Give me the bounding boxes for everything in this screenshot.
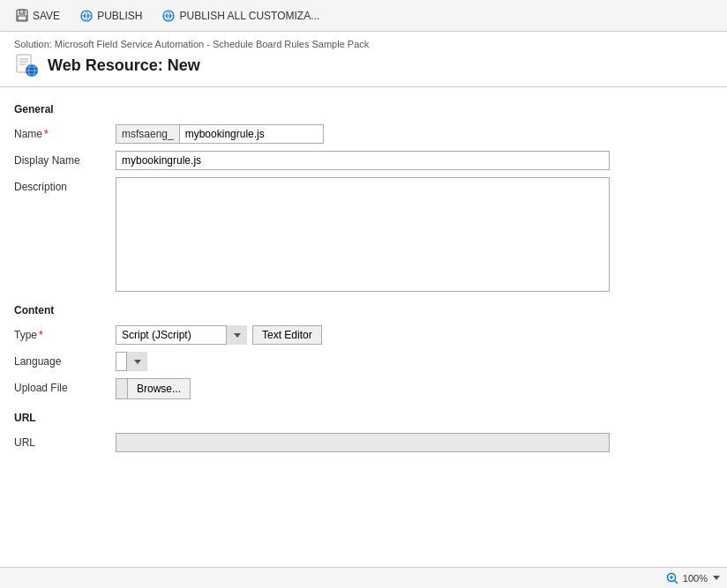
page-icon	[14, 53, 39, 78]
url-section: URL URL	[14, 412, 713, 452]
zoom-label: 100%	[683, 573, 708, 584]
type-label: Type*	[14, 325, 116, 341]
name-form-group: Name* msfsaeng_	[14, 124, 713, 144]
language-select[interactable]	[116, 352, 147, 371]
save-button[interactable]: SAVE	[7, 5, 68, 26]
content-section-header: Content	[14, 304, 713, 316]
page-header: Solution: Microsoft Field Service Automa…	[0, 32, 727, 87]
solution-breadcrumb: Solution: Microsoft Field Service Automa…	[14, 39, 713, 49]
toolbar: SAVE PUBLISH PUBLISH ALL CUSTOMIZA	[0, 0, 727, 32]
main-content: General Name* msfsaeng_ Display Name Des…	[0, 87, 727, 567]
publish-label: PUBLISH	[97, 10, 142, 22]
content-section: Content Type* Script (JScript) HTML CSS …	[14, 304, 713, 399]
save-icon	[15, 9, 29, 23]
type-row: Script (JScript) HTML CSS XML PNG JPG GI…	[116, 325, 322, 345]
type-select-wrapper: Script (JScript) HTML CSS XML PNG JPG GI…	[116, 325, 247, 345]
description-label: Description	[14, 177, 116, 193]
type-form-group: Type* Script (JScript) HTML CSS XML PNG …	[14, 325, 713, 345]
type-select[interactable]: Script (JScript) HTML CSS XML PNG JPG GI…	[116, 325, 247, 345]
name-prefix: msfsaeng_	[116, 124, 179, 144]
publish-all-label: PUBLISH ALL CUSTOMIZA...	[179, 10, 319, 22]
text-editor-button[interactable]: Text Editor	[252, 325, 322, 345]
upload-row: Browse...	[116, 378, 191, 399]
publish-all-button[interactable]: PUBLISH ALL CUSTOMIZA...	[154, 5, 327, 26]
svg-rect-3	[23, 11, 24, 13]
publish-icon	[79, 9, 94, 23]
name-field-row: msfsaeng_	[116, 124, 324, 144]
page-title: Web Resource: New	[48, 56, 200, 75]
url-form-group: URL	[14, 433, 713, 452]
name-input[interactable]	[179, 124, 324, 144]
display-name-form-group: Display Name	[14, 151, 713, 170]
svg-line-20	[674, 580, 678, 584]
save-label: SAVE	[33, 10, 60, 22]
url-section-header: URL	[14, 412, 713, 424]
language-form-group: Language	[14, 352, 713, 371]
name-required-indicator: *	[44, 128, 49, 140]
url-label: URL	[14, 433, 116, 449]
status-bar: 100%	[0, 567, 727, 588]
display-name-input[interactable]	[116, 151, 610, 170]
zoom-dropdown-icon[interactable]	[713, 576, 720, 580]
browse-button[interactable]: Browse...	[127, 378, 191, 399]
general-section-header: General	[14, 103, 713, 115]
language-wrapper	[116, 352, 147, 371]
display-name-label: Display Name	[14, 151, 116, 167]
description-textarea[interactable]	[116, 177, 610, 292]
publish-all-icon	[161, 9, 176, 23]
type-required-indicator: *	[39, 329, 43, 341]
svg-rect-1	[19, 10, 25, 14]
language-label: Language	[14, 352, 116, 368]
zoom-icon	[665, 571, 679, 585]
url-display	[116, 433, 610, 452]
upload-file-input-display	[116, 378, 127, 399]
description-form-group: Description	[14, 177, 713, 292]
publish-button[interactable]: PUBLISH	[71, 5, 150, 26]
upload-file-label: Upload File	[14, 378, 116, 394]
svg-rect-2	[18, 16, 26, 20]
name-label: Name*	[14, 124, 116, 140]
upload-file-form-group: Upload File Browse...	[14, 378, 713, 399]
